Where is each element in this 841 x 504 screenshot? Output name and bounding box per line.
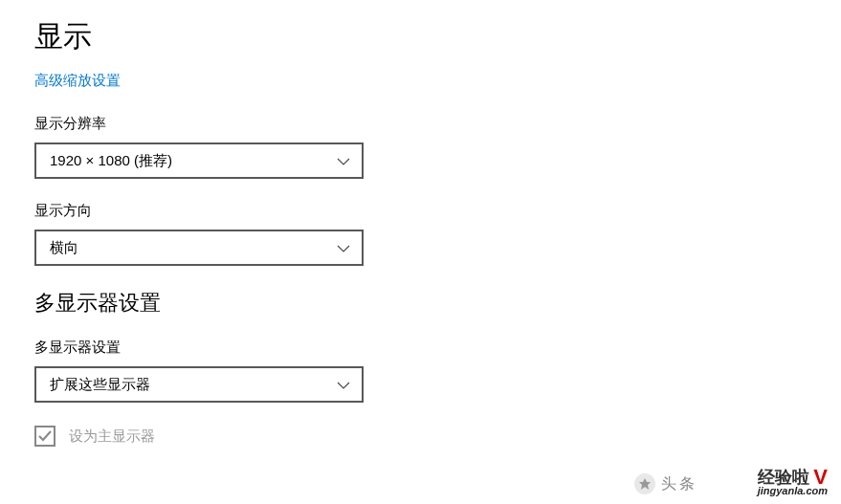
brand-url: jingyanla.com [758, 486, 828, 496]
chevron-down-icon [337, 239, 350, 256]
orientation-value: 横向 [50, 239, 78, 257]
chevron-down-icon [337, 376, 350, 393]
chevron-down-icon [337, 152, 350, 169]
resolution-dropdown[interactable]: 1920 × 1080 (推荐) [34, 142, 364, 179]
orientation-label: 显示方向 [34, 202, 841, 220]
source-watermark: 头条 [634, 473, 697, 494]
resolution-value: 1920 × 1080 (推荐) [50, 152, 172, 170]
primary-display-checkbox-row: 设为主显示器 [34, 426, 841, 447]
brand-text: 经验啦 [758, 469, 809, 486]
multi-display-value: 扩展这些显示器 [50, 376, 150, 394]
multi-display-label: 多显示器设置 [34, 339, 841, 357]
primary-display-checkbox[interactable] [34, 426, 55, 447]
primary-display-checkbox-label: 设为主显示器 [69, 427, 155, 446]
checkmark-icon [38, 430, 52, 442]
multi-display-section-title: 多显示器设置 [34, 289, 841, 318]
multi-display-dropdown[interactable]: 扩展这些显示器 [34, 366, 364, 403]
resolution-label: 显示分辨率 [34, 115, 841, 133]
advanced-scaling-link[interactable]: 高级缩放设置 [34, 72, 121, 90]
brand-watermark: 经验啦 V jingyanla.com [758, 467, 828, 496]
toutiao-icon [634, 473, 655, 494]
source-text: 头条 [661, 474, 697, 494]
page-title: 显示 [34, 17, 841, 56]
orientation-dropdown[interactable]: 横向 [34, 230, 364, 266]
